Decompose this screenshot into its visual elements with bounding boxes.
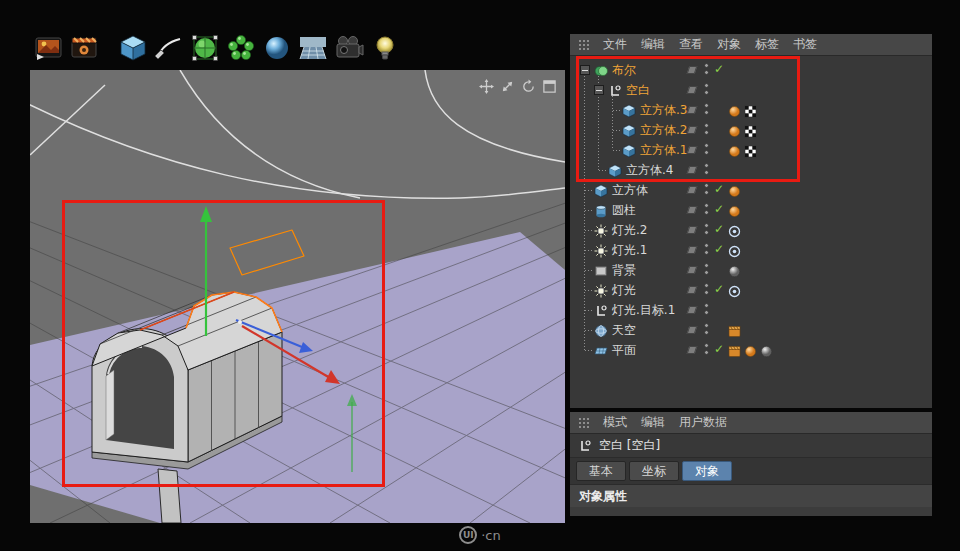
visibility-dots[interactable] bbox=[704, 83, 709, 95]
freehand-spline-icon[interactable] bbox=[152, 30, 185, 66]
layer-chip[interactable] bbox=[687, 266, 698, 274]
layer-chip[interactable] bbox=[687, 106, 698, 114]
texture-tag-icon[interactable] bbox=[744, 123, 757, 136]
floor-environment-icon[interactable] bbox=[296, 30, 329, 66]
object-row[interactable]: 立方体.4 bbox=[570, 160, 932, 180]
pan-icon[interactable] bbox=[479, 79, 494, 94]
phong-tag-icon[interactable] bbox=[728, 123, 741, 136]
object-manager-menu-item[interactable]: 文件 bbox=[603, 36, 627, 53]
array-generator-icon[interactable] bbox=[224, 30, 257, 66]
maximize-icon[interactable] bbox=[542, 79, 557, 94]
texture-tag-icon[interactable] bbox=[744, 143, 757, 156]
viewport-canvas[interactable] bbox=[30, 70, 565, 523]
enable-check[interactable]: ✓ bbox=[714, 342, 724, 356]
layer-chip[interactable] bbox=[687, 286, 698, 294]
material-sphere-tag-icon[interactable] bbox=[760, 343, 773, 356]
render-view-icon[interactable] bbox=[32, 30, 65, 66]
object-manager-menu-item[interactable]: 查看 bbox=[679, 36, 703, 53]
attribute-tab[interactable]: 基本 bbox=[576, 461, 626, 481]
subdivision-surface-icon[interactable] bbox=[188, 30, 221, 66]
object-manager-menu-item[interactable]: 对象 bbox=[717, 36, 741, 53]
camera-icon[interactable] bbox=[332, 30, 365, 66]
layer-chip[interactable] bbox=[687, 66, 698, 74]
zoom-icon[interactable] bbox=[500, 79, 515, 94]
visibility-dots[interactable] bbox=[704, 323, 709, 335]
enable-check[interactable]: ✓ bbox=[714, 242, 724, 256]
expander-toggle[interactable] bbox=[580, 65, 590, 75]
phong-tag-icon[interactable] bbox=[728, 103, 741, 116]
enable-check[interactable]: ✓ bbox=[714, 282, 724, 296]
object-row[interactable]: 空白 bbox=[570, 80, 932, 100]
target-tag-icon[interactable] bbox=[728, 243, 741, 256]
attribute-tab[interactable]: 对象 bbox=[682, 461, 732, 481]
attribute-menu-item[interactable]: 编辑 bbox=[641, 414, 665, 431]
visibility-dots[interactable] bbox=[704, 263, 709, 275]
visibility-dots[interactable] bbox=[704, 163, 709, 175]
enable-check[interactable]: ✓ bbox=[714, 62, 724, 76]
panel-grip-icon[interactable] bbox=[578, 417, 589, 429]
object-row[interactable]: 灯光.2✓ bbox=[570, 220, 932, 240]
panel-grip-icon[interactable] bbox=[578, 39, 589, 51]
visibility-dots[interactable] bbox=[704, 123, 709, 135]
visibility-dots[interactable] bbox=[704, 223, 709, 235]
layer-chip[interactable] bbox=[687, 246, 698, 254]
compositing-tag-icon[interactable] bbox=[728, 343, 741, 356]
enable-check[interactable]: ✓ bbox=[714, 222, 724, 236]
object-row[interactable]: 背景 bbox=[570, 260, 932, 280]
layer-chip[interactable] bbox=[687, 126, 698, 134]
layer-chip[interactable] bbox=[687, 186, 698, 194]
rotate-icon[interactable] bbox=[521, 79, 536, 94]
visibility-dots[interactable] bbox=[704, 143, 709, 155]
visibility-dots[interactable] bbox=[704, 303, 709, 315]
visibility-dots[interactable] bbox=[704, 103, 709, 115]
object-row[interactable]: 立方体.1 bbox=[570, 140, 932, 160]
visibility-dots[interactable] bbox=[704, 203, 709, 215]
layer-chip[interactable] bbox=[687, 166, 698, 174]
attribute-tab[interactable]: 坐标 bbox=[629, 461, 679, 481]
layer-chip[interactable] bbox=[687, 226, 698, 234]
attribute-menu-item[interactable]: 模式 bbox=[603, 414, 627, 431]
object-row[interactable]: 灯光.1✓ bbox=[570, 240, 932, 260]
object-row[interactable]: 平面✓ bbox=[570, 340, 932, 360]
material-sphere-tag-icon[interactable] bbox=[728, 263, 741, 276]
light-icon[interactable] bbox=[368, 30, 401, 66]
visibility-dots[interactable] bbox=[704, 343, 709, 355]
object-row[interactable]: 立方体.2 bbox=[570, 120, 932, 140]
layer-chip[interactable] bbox=[687, 146, 698, 154]
texture-tag-icon[interactable] bbox=[744, 103, 757, 116]
viewport[interactable] bbox=[30, 70, 565, 523]
object-row[interactable]: 灯光✓ bbox=[570, 280, 932, 300]
enable-check[interactable]: ✓ bbox=[714, 182, 724, 196]
expander-toggle[interactable] bbox=[594, 85, 604, 95]
visibility-dots[interactable] bbox=[704, 243, 709, 255]
cube-primitive-icon[interactable] bbox=[116, 30, 149, 66]
enable-check[interactable]: ✓ bbox=[714, 202, 724, 216]
layer-chip[interactable] bbox=[687, 326, 698, 334]
visibility-dots[interactable] bbox=[704, 183, 709, 195]
visibility-dots[interactable] bbox=[704, 63, 709, 75]
object-row[interactable]: 圆柱✓ bbox=[570, 200, 932, 220]
object-row[interactable]: 立方体.3 bbox=[570, 100, 932, 120]
visibility-dots[interactable] bbox=[704, 283, 709, 295]
phong-tag-icon[interactable] bbox=[728, 183, 741, 196]
object-row[interactable]: 立方体✓ bbox=[570, 180, 932, 200]
metaball-icon[interactable] bbox=[260, 30, 293, 66]
render-settings-icon[interactable] bbox=[68, 30, 101, 66]
compositing-tag-icon[interactable] bbox=[728, 323, 741, 336]
layer-chip[interactable] bbox=[687, 346, 698, 354]
layer-chip[interactable] bbox=[687, 86, 698, 94]
object-row[interactable]: 天空 bbox=[570, 320, 932, 340]
layer-chip[interactable] bbox=[687, 306, 698, 314]
target-tag-icon[interactable] bbox=[728, 223, 741, 236]
attribute-menu-item[interactable]: 用户数据 bbox=[679, 414, 727, 431]
object-manager-menu-item[interactable]: 编辑 bbox=[641, 36, 665, 53]
target-tag-icon[interactable] bbox=[728, 283, 741, 296]
object-manager-menu-item[interactable]: 标签 bbox=[755, 36, 779, 53]
layer-chip[interactable] bbox=[687, 206, 698, 214]
phong-tag-icon[interactable] bbox=[744, 343, 757, 356]
object-row[interactable]: 布尔✓ bbox=[570, 60, 932, 80]
object-row[interactable]: 灯光.目标.1 bbox=[570, 300, 932, 320]
phong-tag-icon[interactable] bbox=[728, 143, 741, 156]
phong-tag-icon[interactable] bbox=[728, 203, 741, 216]
object-manager-menu-item[interactable]: 书签 bbox=[793, 36, 817, 53]
